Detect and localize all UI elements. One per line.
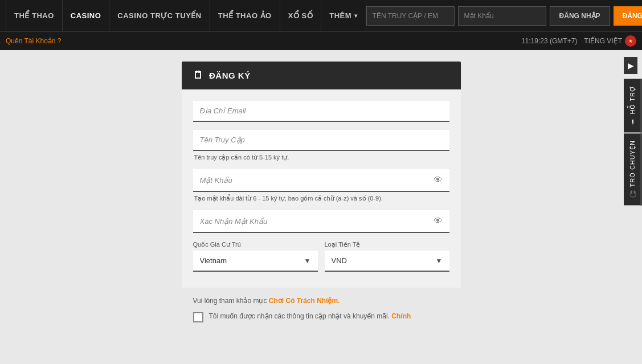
sidebar-expand-button[interactable]: ▶	[624, 57, 637, 74]
language-selector[interactable]: TIẾNG VIỆT ★	[584, 35, 636, 47]
register-button[interactable]: ĐĂNG KÝ	[614, 6, 642, 26]
country-select[interactable]: Vietnam Thailand Cambodia Other	[200, 256, 304, 265]
nav-label-xo-so: XỔ SỐ	[288, 11, 313, 20]
password-field-wrapper: 👁 Tạo mật khẩu dài từ 6 - 15 ký tự, bao …	[193, 169, 449, 202]
chevron-down-icon: ▾	[354, 13, 358, 19]
login-button[interactable]: ĐĂNG NHẬP	[550, 6, 610, 26]
email-field-wrapper	[193, 101, 449, 122]
help-icon: ℹ	[628, 117, 636, 125]
confirm-password-toggle-icon[interactable]: 👁	[434, 216, 443, 226]
currency-select[interactable]: VND USD THB	[332, 256, 436, 265]
username-field-wrapper: Tên truy cập cần có từ 5-15 ký tự.	[193, 130, 449, 161]
newsletter-checkbox-row: Tôi muốn được nhận các thông tin cập nhậ…	[193, 312, 449, 322]
newsletter-checkbox[interactable]	[193, 312, 203, 322]
right-sidebar: ▶ ℹ HỖ TRỢ 🎧 TRÒ CHUYỆN	[624, 57, 642, 206]
main-content: 🗒 ĐĂNG KÝ Tên truy cập cần có từ 5-15 ký…	[0, 50, 642, 343]
sidebar-tab-chat[interactable]: 🎧 TRÒ CHUYỆN	[624, 133, 642, 205]
time-display: 11:19:23 (GMT+7)	[521, 37, 577, 45]
currency-select-col: Loại Tiền Tệ VND USD THB ▼	[325, 241, 449, 272]
currency-select-wrapper: VND USD THB ▼	[325, 251, 449, 272]
form-body: Tên truy cập cần có từ 5-15 ký tự. 👁 Tạo…	[182, 89, 461, 285]
email-input[interactable]	[200, 107, 443, 115]
nav-label-them: THÊM	[329, 11, 351, 20]
nav-label-the-thao: THỂ THAO	[14, 11, 54, 20]
chat-icon: 🎧	[628, 191, 636, 199]
nav-item-xo-so[interactable]: XỔ SỐ	[280, 0, 321, 31]
username-register-input[interactable]	[200, 136, 443, 144]
responsible-text: Vui lòng tham khảo mục Chơi Có Trách Nhi…	[193, 297, 449, 305]
confirm-password-field-wrapper: 👁	[193, 210, 449, 233]
password-hint: Tạo mật khẩu dài từ 6 - 15 ký tự, bao gồ…	[193, 195, 449, 202]
password-register-input[interactable]	[200, 176, 434, 185]
lang-label: TIẾNG VIỆT	[584, 37, 622, 45]
nav-label-casino-truc-tuyen: CASINO TRỰC TUYẾN	[117, 11, 201, 20]
sub-header: Quên Tài Khoản ? 11:19:23 (GMT+7) TIẾNG …	[0, 31, 642, 50]
username-hint: Tên truy cập cần có từ 5-15 ký tự.	[193, 154, 449, 161]
register-form-icon: 🗒	[193, 69, 204, 81]
country-select-wrapper: Vietnam Thailand Cambodia Other ▼	[193, 251, 318, 272]
nav-item-the-thao[interactable]: THỂ THAO	[6, 0, 63, 31]
register-card: 🗒 ĐĂNG KÝ Tên truy cập cần có từ 5-15 ký…	[182, 62, 461, 332]
confirm-password-input-wrapper: 👁	[193, 210, 449, 233]
password-input[interactable]	[458, 6, 546, 26]
flag-icon: ★	[625, 35, 636, 47]
time-lang-section: 11:19:23 (GMT+7) TIẾNG VIỆT ★	[521, 35, 636, 47]
password-input-wrapper: 👁	[193, 169, 449, 192]
nav-label-the-thao-ao: THỂ THAO ẢO	[218, 11, 272, 20]
confirm-password-input[interactable]	[200, 217, 434, 226]
card-header: 🗒 ĐĂNG KÝ	[182, 62, 461, 89]
nav-right: ĐĂNG NHẬP ĐĂNG KÝ	[366, 6, 642, 26]
terms-link[interactable]: Chính	[391, 312, 411, 320]
country-label: Quốc Gia Cư Trú	[193, 241, 318, 248]
country-chevron-icon: ▼	[304, 257, 311, 265]
username-input-wrapper	[193, 130, 449, 151]
country-currency-row: Quốc Gia Cư Trú Vietnam Thailand Cambodi…	[193, 241, 449, 272]
email-input-wrapper	[193, 101, 449, 122]
nav-item-casino-truc-tuyen[interactable]: CASINO TRỰC TUYẾN	[109, 0, 210, 31]
username-input[interactable]	[366, 6, 455, 26]
responsible-link[interactable]: Chơi Có Trách Nhiệm.	[269, 297, 340, 305]
nav-label-casino: CASINO	[71, 11, 101, 20]
password-toggle-icon[interactable]: 👁	[434, 175, 443, 185]
top-navigation: THỂ THAO CASINO CASINO TRỰC TUYẾN THỂ TH…	[0, 0, 642, 31]
currency-label: Loại Tiền Tệ	[325, 241, 449, 248]
chat-label: TRÒ CHUYỆN	[628, 140, 636, 187]
sidebar-tab-help[interactable]: ℹ HỖ TRỢ	[624, 79, 642, 132]
nav-item-casino[interactable]: CASINO	[63, 0, 110, 31]
bottom-section: Vui lòng tham khảo mục Chơi Có Trách Nhi…	[182, 288, 461, 332]
help-label: HỖ TRỢ	[628, 85, 636, 114]
expand-icon: ▶	[628, 61, 634, 70]
forgot-account-link[interactable]: Quên Tài Khoản ?	[6, 37, 62, 45]
card-header-title: ĐĂNG KÝ	[209, 71, 251, 80]
nav-item-the-thao-ao[interactable]: THỂ THAO ẢO	[210, 0, 280, 31]
nav-items: THỂ THAO CASINO CASINO TRỰC TUYẾN THỂ TH…	[6, 0, 366, 31]
country-select-col: Quốc Gia Cư Trú Vietnam Thailand Cambodi…	[193, 241, 318, 272]
newsletter-label: Tôi muốn được nhận các thông tin cập nhậ…	[209, 312, 411, 321]
nav-item-them[interactable]: THÊM ▾	[321, 0, 366, 31]
currency-chevron-icon: ▼	[436, 257, 443, 265]
